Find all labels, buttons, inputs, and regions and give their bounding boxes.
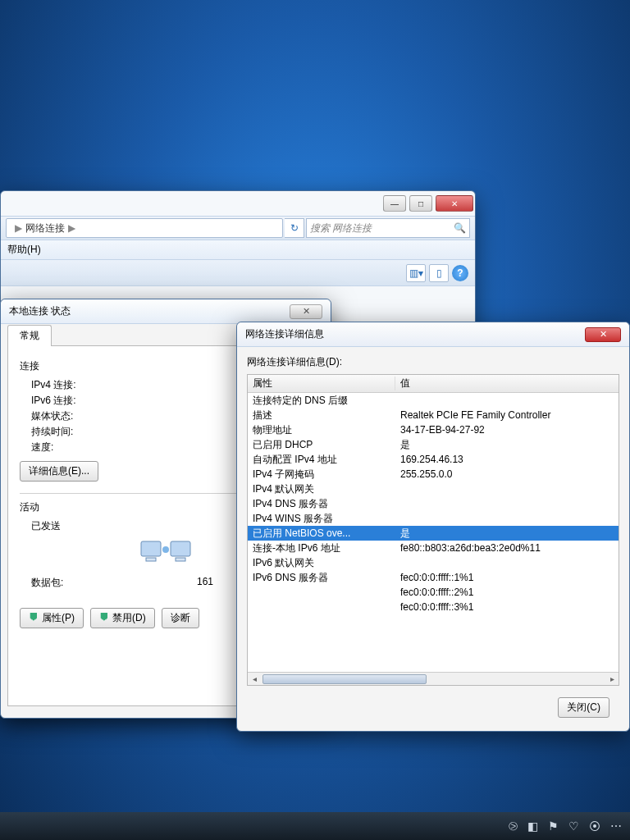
shield-icon: ⛊ — [99, 612, 109, 623]
menu-help[interactable]: 帮助(H) — [7, 243, 41, 257]
col-value[interactable]: 值 — [395, 377, 619, 390]
list-row[interactable]: IPv4 DNS 服务器 — [248, 496, 619, 511]
status-row-key: 速度: — [20, 441, 102, 454]
list-row[interactable]: 连接特定的 DNS 后缀 — [248, 393, 619, 408]
list-row[interactable]: 物理地址34-17-EB-94-27-92 — [248, 422, 619, 437]
dialog-title: 本地连接 状态 — [9, 304, 71, 318]
list-cell-value: 169.254.46.13 — [395, 454, 619, 465]
scroll-right-icon[interactable]: ▸ — [605, 674, 619, 683]
preview-pane-button[interactable]: ▯ — [429, 264, 449, 282]
breadcrumb[interactable]: ▶ 网络连接 ▶ — [6, 218, 283, 238]
status-row-key: IPv4 连接: — [20, 378, 102, 392]
list-row[interactable]: IPv6 默认网关 — [248, 555, 619, 570]
explorer-menubar: 帮助(H) — [1, 240, 475, 260]
list-cell-property: 描述 — [248, 409, 395, 422]
list-row[interactable]: 已启用 NetBIOS ove...是 — [248, 526, 619, 541]
details-body: 网络连接详细信息(D): 属性 值 连接特定的 DNS 后缀描述Realtek … — [237, 347, 629, 731]
list-cell-value: fec0:0:0:ffff::3%1 — [395, 601, 619, 613]
properties-button[interactable]: ⛊属性(P) — [20, 608, 84, 628]
disable-button[interactable]: ⛊禁用(D) — [90, 608, 155, 628]
list-cell-value: fec0:0:0:ffff::2%1 — [395, 587, 619, 598]
tray-icon[interactable]: ♡ — [568, 819, 579, 833]
svg-rect-3 — [176, 558, 185, 561]
diagnose-button[interactable]: 诊断 — [162, 608, 199, 628]
view-options-button[interactable]: ▥▾ — [406, 264, 426, 282]
chevron-right-icon: ▶ — [15, 222, 22, 234]
scrollbar-thumb[interactable] — [262, 674, 427, 684]
list-row[interactable]: 已启用 DHCP是 — [248, 437, 619, 452]
list-cell-property: IPv4 WINS 服务器 — [248, 512, 395, 526]
list-cell-value: fec0:0:0:ffff::1%1 — [395, 572, 619, 583]
tab-general[interactable]: 常规 — [7, 325, 52, 346]
details-list-label: 网络连接详细信息(D): — [247, 355, 619, 369]
list-cell-property: IPv4 DNS 服务器 — [248, 497, 395, 511]
list-cell-property: 已启用 NetBIOS ove... — [248, 527, 395, 541]
status-row-key: 持续时间: — [20, 425, 102, 439]
tray-icon[interactable]: ⋯ — [610, 819, 622, 833]
tray-icon[interactable]: ⧁ — [509, 819, 518, 833]
list-cell-value: Realtek PCIe FE Family Controller — [395, 409, 619, 421]
maximize-button[interactable]: □ — [409, 195, 432, 212]
list-cell-value: fe80::b803:a26d:bea3:2e0d%11 — [395, 542, 619, 554]
tray-icon[interactable]: ⚑ — [548, 819, 559, 833]
list-row[interactable]: IPv4 默认网关 — [248, 482, 619, 496]
svg-rect-0 — [141, 541, 161, 556]
list-row[interactable]: IPv4 WINS 服务器 — [248, 511, 619, 526]
shield-icon: ⛊ — [29, 612, 39, 623]
chevron-right-icon: ▶ — [68, 222, 75, 234]
explorer-titlebar: — □ ✕ — [1, 191, 475, 216]
details-button[interactable]: 详细信息(E)... — [20, 461, 98, 482]
col-property[interactable]: 属性 — [248, 377, 395, 390]
search-input[interactable]: 搜索 网络连接 🔍 — [306, 218, 470, 238]
list-cell-value: 34-17-EB-94-27-92 — [395, 424, 619, 436]
tray-icon[interactable]: ◧ — [527, 819, 538, 833]
sent-label: 已发送 — [20, 519, 102, 533]
list-row[interactable]: 描述Realtek PCIe FE Family Controller — [248, 408, 619, 422]
dialog-titlebar: 网络连接详细信息 ✕ — [237, 322, 629, 347]
activity-computers-icon — [139, 536, 192, 573]
close-details-button[interactable]: 关闭(C) — [558, 697, 609, 718]
list-cell-property: IPv6 DNS 服务器 — [248, 571, 395, 585]
list-cell-property: 连接-本地 IPv6 地址 — [248, 541, 395, 555]
list-row[interactable]: IPv4 子网掩码255.255.0.0 — [248, 467, 619, 482]
help-icon[interactable]: ? — [452, 265, 468, 281]
list-header: 属性 值 — [248, 375, 619, 393]
list-cell-property: 已启用 DHCP — [248, 438, 395, 452]
dialog-titlebar: 本地连接 状态 ✕ — [1, 299, 331, 324]
status-row-key: 媒体状态: — [20, 409, 102, 423]
system-tray: ⧁◧⚑♡⦿⋯ — [509, 819, 622, 833]
search-icon[interactable]: 🔍 — [454, 222, 466, 234]
scroll-left-icon[interactable]: ◂ — [248, 674, 261, 683]
list-cell-property: IPv4 默认网关 — [248, 482, 395, 496]
list-cell-property: IPv4 子网掩码 — [248, 468, 395, 482]
explorer-navbar: ▶ 网络连接 ▶ ↻ 搜索 网络连接 🔍 — [1, 216, 475, 240]
list-row[interactable]: fec0:0:0:ffff::2%1 — [248, 585, 619, 600]
close-button[interactable]: ✕ — [436, 195, 473, 212]
list-cell-property: 连接特定的 DNS 后缀 — [248, 394, 395, 408]
list-row[interactable]: IPv6 DNS 服务器fec0:0:0:ffff::1%1 — [248, 570, 619, 585]
taskbar: ⧁◧⚑♡⦿⋯ — [0, 812, 630, 840]
list-row[interactable]: 连接-本地 IPv6 地址fe80::b803:a26d:bea3:2e0d%1… — [248, 541, 619, 555]
packets-label: 数据包: — [20, 576, 102, 590]
breadcrumb-item[interactable]: 网络连接 — [25, 221, 65, 235]
list-cell-property: 自动配置 IPv4 地址 — [248, 453, 395, 467]
search-placeholder: 搜索 网络连接 — [310, 221, 372, 235]
status-row-key: IPv6 连接: — [20, 394, 102, 408]
horizontal-scrollbar[interactable]: ◂ ▸ — [248, 672, 619, 685]
dialog-title: 网络连接详细信息 — [245, 327, 324, 341]
tray-icon[interactable]: ⦿ — [589, 819, 600, 833]
svg-point-4 — [162, 546, 169, 553]
svg-rect-1 — [171, 541, 190, 556]
explorer-toolbar: ▥▾ ▯ ? — [1, 260, 475, 286]
details-listview[interactable]: 属性 值 连接特定的 DNS 后缀描述Realtek PCIe FE Famil… — [247, 374, 619, 686]
list-row[interactable]: 自动配置 IPv4 地址169.254.46.13 — [248, 452, 619, 467]
close-button[interactable]: ✕ — [585, 327, 621, 342]
connection-details-dialog: 网络连接详细信息 ✕ 网络连接详细信息(D): 属性 值 连接特定的 DNS 后… — [236, 322, 630, 732]
list-cell-property: 物理地址 — [248, 423, 395, 437]
list-cell-value: 255.255.0.0 — [395, 468, 619, 480]
list-cell-value: 是 — [395, 527, 619, 541]
list-row[interactable]: fec0:0:0:ffff::3%1 — [248, 600, 619, 614]
minimize-button[interactable]: — — [383, 195, 406, 212]
refresh-button[interactable]: ↻ — [285, 218, 304, 238]
close-button[interactable]: ✕ — [290, 304, 322, 319]
